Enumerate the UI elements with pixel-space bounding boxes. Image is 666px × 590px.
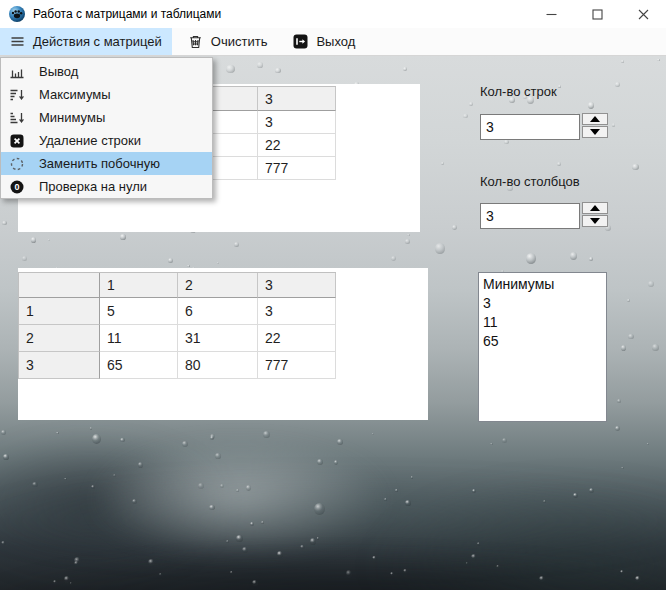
rain-droplet	[120, 234, 126, 240]
zero-check-icon: 0	[9, 179, 25, 195]
rain-droplet	[435, 243, 444, 254]
rain-droplet	[334, 460, 339, 465]
rain-droplet	[372, 433, 374, 435]
cols-count-spinner	[582, 202, 608, 228]
spin-down-button[interactable]	[582, 126, 608, 138]
rain-droplet	[466, 562, 468, 564]
grid-cell[interactable]: 80	[178, 352, 258, 379]
rain-droplet	[236, 489, 239, 492]
menubar-item-exit[interactable]: Выход	[283, 28, 365, 55]
menubar-item-label: Выход	[316, 34, 355, 49]
rain-droplet	[3, 454, 9, 460]
grid-cell[interactable]: 5	[100, 298, 178, 325]
rain-droplet	[210, 434, 214, 439]
rain-droplet	[70, 582, 73, 584]
menu-item-delete-row[interactable]: Удаление строки	[1, 129, 212, 152]
grid-cell[interactable]: 3	[258, 111, 336, 134]
rain-droplet	[74, 561, 78, 566]
menu-item-label: Вывод	[39, 64, 78, 79]
rain-droplet	[391, 256, 396, 261]
listbox-item[interactable]: Минимумы	[483, 275, 602, 294]
rows-count-input[interactable]	[480, 114, 580, 140]
rain-droplet	[405, 500, 411, 506]
rain-droplet	[226, 540, 229, 543]
menubar-item-matrix-actions[interactable]: Действия с матрицей	[0, 28, 172, 55]
rain-droplet	[48, 239, 50, 241]
menubar-item-clear[interactable]: Очистить	[178, 28, 278, 55]
maximize-button[interactable]	[574, 0, 620, 28]
grid-cell[interactable]: 11	[100, 325, 178, 352]
trash-icon	[188, 34, 203, 49]
rain-droplet	[648, 281, 654, 287]
grid-cell[interactable]: 22	[258, 325, 336, 352]
rain-droplet	[452, 225, 457, 230]
grid-cell[interactable]: 777	[258, 352, 336, 379]
rain-droplet	[463, 114, 467, 118]
minimize-icon	[546, 9, 557, 20]
grid-cell[interactable]: 6	[178, 298, 258, 325]
rain-droplet	[504, 140, 508, 144]
matrix-actions-menu: Вывод Максимумы Минимумы	[0, 57, 213, 199]
rain-droplet	[2, 221, 6, 226]
menu-item-label: Удаление строки	[39, 133, 141, 148]
grid-row-header: 1	[19, 298, 100, 325]
rain-droplet	[441, 162, 444, 165]
grid-cell[interactable]: 31	[178, 325, 258, 352]
rain-droplet	[405, 239, 410, 243]
rain-droplet	[22, 256, 27, 262]
grid-corner-cell	[19, 273, 100, 298]
rain-droplet	[617, 399, 621, 403]
grid-cell[interactable]: 65	[100, 352, 178, 379]
rows-count-label: Кол-во строк	[480, 84, 557, 99]
minimize-button[interactable]	[528, 0, 574, 28]
spin-up-button[interactable]	[582, 202, 608, 214]
arrow-down-icon	[590, 218, 600, 224]
menu-item-label: Заменить побочную	[39, 156, 160, 171]
spin-down-button[interactable]	[582, 215, 608, 227]
menu-item-maximums[interactable]: Максимумы	[1, 83, 212, 106]
spin-up-button[interactable]	[582, 113, 608, 125]
rain-droplet	[403, 67, 407, 71]
app-window: Работа с матрицами и таблицами Действия …	[0, 0, 666, 590]
output-chart-icon	[9, 64, 25, 80]
menu-item-replace-diagonal[interactable]: Заменить побочную	[1, 152, 212, 175]
rain-droplet	[32, 482, 37, 488]
menu-item-minimums[interactable]: Минимумы	[1, 106, 212, 129]
hamburger-icon	[10, 34, 25, 49]
svg-text:0: 0	[14, 182, 19, 192]
grid-cell[interactable]: 22	[258, 134, 336, 157]
rain-droplet	[257, 62, 263, 67]
sort-descending-icon	[9, 87, 25, 103]
exit-icon	[293, 34, 308, 49]
rain-droplet	[346, 570, 352, 577]
grid-cell[interactable]: 3	[258, 298, 336, 325]
rain-droplet	[628, 334, 633, 339]
matrix-table-panel-bottom: 1 2 3 1 5 6 3 2 11 31 22 3 65 80 777	[18, 268, 428, 420]
rain-droplet	[226, 65, 235, 73]
app-paw-icon	[8, 5, 26, 23]
rain-droplet	[168, 258, 173, 263]
listbox-item[interactable]: 11	[483, 313, 602, 332]
rain-droplet	[217, 262, 219, 265]
rain-droplet	[589, 257, 593, 261]
listbox-item[interactable]: 65	[483, 332, 602, 351]
close-button[interactable]	[620, 0, 666, 28]
menu-item-output[interactable]: Вывод	[1, 60, 212, 83]
rain-droplet	[490, 443, 492, 445]
rain-droplet	[187, 265, 189, 267]
listbox-item[interactable]: 3	[483, 294, 602, 313]
rain-droplet	[621, 60, 624, 63]
rain-droplet	[132, 499, 137, 504]
rain-droplet	[657, 59, 660, 62]
grid-cell[interactable]: 777	[258, 157, 336, 180]
delete-row-icon	[9, 133, 25, 149]
arrow-up-icon	[590, 205, 600, 211]
rain-droplet	[632, 164, 638, 170]
menu-item-zero-check[interactable]: 0 Проверка на нули	[1, 175, 212, 198]
rain-droplet	[234, 242, 239, 247]
rain-droplet	[242, 547, 247, 553]
cols-count-input[interactable]	[480, 203, 580, 229]
minimums-listbox[interactable]: Минимумы 3 11 65	[478, 272, 607, 422]
menu-bar: Действия с матрицей Очистить Выход	[0, 28, 666, 56]
rain-droplet	[647, 443, 649, 445]
